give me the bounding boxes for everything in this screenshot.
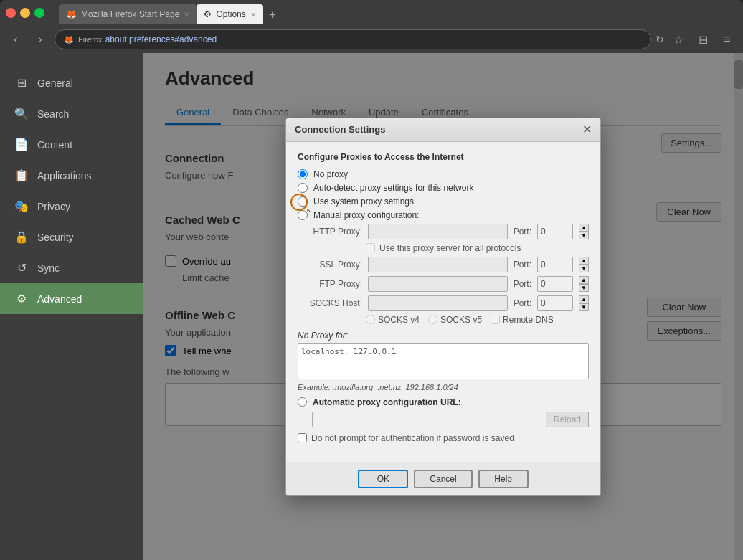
socks-v4-option[interactable]: SOCKS v4 (366, 315, 420, 325)
title-bar: 🦊 Mozilla Firefox Start Page ✕ ⚙ Options… (0, 0, 743, 26)
sidebar-item-general[interactable]: ⊞ General (0, 67, 143, 98)
minimize-window-button[interactable] (20, 8, 30, 18)
sidebar-security-label: Security (37, 232, 74, 243)
socks-port-input[interactable] (537, 295, 573, 311)
socks-v5-radio[interactable] (428, 315, 437, 324)
tab-2[interactable]: ⚙ Options ✕ (197, 4, 262, 24)
ok-button[interactable]: OK (358, 470, 408, 488)
sidebar-sync-label: Sync (37, 262, 60, 274)
socks-port-label: Port: (514, 298, 531, 308)
manual-proxy-radio[interactable] (298, 210, 308, 220)
sidebar-item-search[interactable]: 🔍 Search (0, 98, 143, 129)
no-proxy-textarea[interactable] (298, 343, 589, 379)
ssl-proxy-label: SSL Proxy: (305, 260, 362, 270)
ssl-proxy-input[interactable] (368, 257, 508, 272)
ftp-port-spinner[interactable]: ▲ ▼ (579, 276, 589, 292)
socks-version-row: SOCKS v4 SOCKS v5 Remote DNS (366, 315, 589, 325)
sync-icon: ↺ (14, 261, 29, 275)
ftp-proxy-label: FTP Proxy: (305, 279, 362, 289)
modal-overlay: Connection Settings ✕ Configure Proxies … (143, 53, 743, 560)
ftp-port-up[interactable]: ▲ (579, 276, 589, 284)
new-tab-button[interactable]: + (263, 6, 282, 24)
forward-button[interactable]: › (30, 29, 50, 49)
ftp-port-input[interactable] (537, 276, 573, 292)
sidebar-item-content[interactable]: 📄 Content (0, 129, 143, 160)
ftp-proxy-row: FTP Proxy: Port: ▲ ▼ (305, 276, 589, 292)
connection-settings-dialog: Connection Settings ✕ Configure Proxies … (285, 118, 601, 496)
auto-detect-option[interactable]: Auto-detect proxy settings for this netw… (298, 183, 589, 193)
ssl-port-up[interactable]: ▲ (579, 257, 589, 265)
sidebar-item-advanced[interactable]: ⚙ Advanced (0, 283, 143, 314)
remote-dns-option[interactable]: Remote DNS (491, 315, 554, 325)
sidebar-advanced-label: Advanced (37, 293, 82, 305)
port-up-button[interactable]: ▲ (579, 224, 589, 232)
port-down-button[interactable]: ▼ (579, 232, 589, 239)
dialog-body: Configure Proxies to Access the Internet… (286, 142, 600, 462)
window-controls (6, 8, 44, 18)
cancel-button[interactable]: Cancel (414, 470, 472, 488)
no-proxy-option[interactable]: No proxy (298, 169, 589, 179)
socks-v5-option[interactable]: SOCKS v5 (428, 315, 482, 325)
auto-proxy-url-input[interactable] (312, 412, 541, 427)
socks-v4-radio[interactable] (366, 315, 375, 324)
content-icon: 📄 (14, 138, 29, 151)
system-proxy-radio[interactable] (298, 196, 308, 207)
reload-button[interactable]: ↻ (656, 34, 664, 45)
ftp-port-down[interactable]: ▼ (579, 284, 589, 292)
ssl-port-spinner[interactable]: ▲ ▼ (579, 257, 589, 272)
sidebar-item-privacy[interactable]: 🎭 Privacy (0, 191, 143, 222)
hamburger-menu-button[interactable]: ≡ (717, 29, 737, 49)
url-bar[interactable]: 🦊 Firefox about:preferences#advanced (55, 29, 651, 49)
all-protocols-row: Use this proxy server for all protocols (366, 243, 589, 253)
ssl-port-input[interactable] (537, 257, 573, 272)
sidebar-search-label: Search (37, 108, 69, 120)
maximize-window-button[interactable] (34, 8, 44, 18)
tab-1-close[interactable]: ✕ (184, 11, 189, 19)
port-spinner[interactable]: ▲ ▼ (579, 224, 589, 239)
auto-detect-radio[interactable] (298, 183, 308, 193)
browser-content: ⊞ General 🔍 Search 📄 Content 📋 Applicati… (0, 53, 743, 560)
help-button[interactable]: Help (478, 470, 529, 488)
http-proxy-input[interactable] (368, 224, 508, 239)
auto-detect-label: Auto-detect proxy settings for this netw… (313, 183, 473, 193)
sidebar-item-sync[interactable]: ↺ Sync (0, 252, 143, 283)
tab-2-close[interactable]: ✕ (250, 11, 256, 19)
system-proxy-option[interactable]: Use system proxy settings ↖ (298, 196, 589, 207)
dialog-close-button[interactable]: ✕ (582, 124, 592, 136)
example-text: Example: .mozilla.org, .net.nz, 192.168.… (298, 383, 589, 391)
http-proxy-label: HTTP Proxy: (305, 227, 362, 237)
manual-proxy-option[interactable]: Manual proxy configuration: (298, 210, 589, 220)
close-window-button[interactable] (6, 8, 16, 18)
remote-dns-checkbox[interactable] (491, 315, 500, 324)
tab-1[interactable]: 🦊 Mozilla Firefox Start Page ✕ (59, 4, 197, 24)
no-proxy-label: No proxy (313, 169, 348, 179)
ftp-proxy-input[interactable] (368, 276, 508, 292)
firefox-tab-icon: 🦊 (66, 9, 77, 19)
address-bar: ‹ › 🦊 Firefox about:preferences#advanced… (0, 26, 743, 53)
ssl-port-down[interactable]: ▼ (579, 265, 589, 272)
no-prompt-checkbox[interactable] (298, 433, 307, 442)
ftp-port-label: Port: (514, 279, 531, 289)
all-protocols-checkbox[interactable] (366, 243, 375, 252)
auto-proxy-url-radio[interactable] (298, 397, 307, 407)
reload-proxy-button[interactable]: Reload (546, 412, 589, 427)
bookmarks-button[interactable]: ⊟ (693, 29, 713, 49)
back-button[interactable]: ‹ (6, 29, 26, 49)
advanced-icon: ⚙ (14, 292, 29, 305)
socks-host-input[interactable] (368, 295, 508, 311)
http-port-label: Port: (514, 227, 531, 237)
socks-port-spinner[interactable]: ▲ ▼ (579, 295, 589, 311)
dialog-subtitle: Configure Proxies to Access the Internet (298, 152, 589, 162)
ssl-proxy-row: SSL Proxy: Port: ▲ ▼ (305, 257, 589, 272)
socks-host-label: SOCKS Host: (305, 298, 362, 308)
sidebar-item-applications[interactable]: 📋 Applications (0, 160, 143, 191)
no-proxy-radio[interactable] (298, 169, 308, 179)
http-port-input[interactable] (537, 224, 573, 239)
system-proxy-label: Use system proxy settings (313, 196, 414, 207)
sidebar-applications-label: Applications (37, 170, 92, 181)
bookmark-star-button[interactable]: ☆ (668, 29, 688, 49)
socks-v4-label: SOCKS v4 (378, 315, 420, 325)
sidebar-item-security[interactable]: 🔒 Security (0, 222, 143, 252)
socks-port-up[interactable]: ▲ (579, 295, 589, 303)
socks-port-down[interactable]: ▼ (579, 303, 589, 311)
